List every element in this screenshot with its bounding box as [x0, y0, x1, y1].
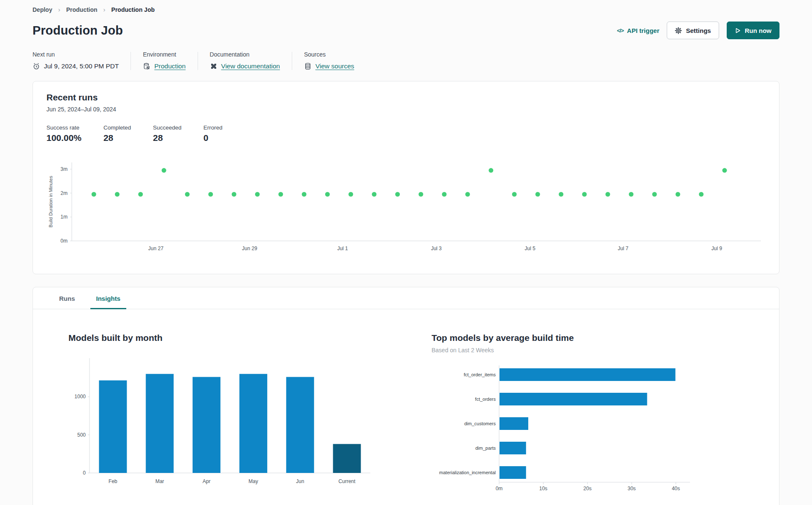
svg-text:0m: 0m	[496, 486, 503, 491]
svg-text:0: 0	[83, 470, 86, 476]
stat-value: 0	[204, 133, 223, 143]
stat-errored: Errored 0	[204, 124, 223, 143]
top-models-title: Top models by average build time	[432, 333, 702, 343]
documentation-value: View documentation	[210, 62, 280, 70]
job-info-bar: Next run Jul 9, 2024, 5:00 PM PDT Enviro…	[33, 51, 779, 70]
svg-text:dim_customers: dim_customers	[464, 421, 496, 426]
environment-link[interactable]: Production	[154, 62, 185, 70]
models-by-month-title: Models built by month	[68, 333, 372, 343]
tab-runs[interactable]: Runs	[53, 287, 81, 309]
gear-icon	[675, 27, 682, 34]
svg-text:Apr: Apr	[203, 478, 211, 484]
svg-text:fct_orders: fct_orders	[475, 397, 496, 402]
page-header: Production Job </> API trigger	[33, 22, 779, 39]
stat-completed: Completed 28	[103, 124, 131, 143]
divider	[292, 52, 292, 70]
stat-value: 100.00%	[46, 133, 81, 143]
breadcrumb-item-production-job: Production Job	[111, 6, 155, 13]
recent-runs-date-range: Jun 25, 2024–Jul 09, 2024	[46, 106, 766, 113]
svg-text:fct_order_items: fct_order_items	[464, 372, 496, 377]
next-run-group: Next run Jul 9, 2024, 5:00 PM PDT	[33, 51, 119, 70]
top-models-block: Top models by average build time Based o…	[432, 333, 702, 500]
run-now-label: Run now	[745, 27, 771, 34]
dbt-docs-icon	[210, 62, 217, 70]
tab-insights[interactable]: Insights	[90, 287, 127, 309]
models-by-month-block: Models built by month 05001000FebMarAprM…	[68, 333, 372, 500]
stat-label: Errored	[204, 124, 223, 131]
svg-text:Feb: Feb	[109, 478, 117, 484]
code-icon: </>	[617, 27, 624, 34]
environment-group: Environment Production	[143, 51, 185, 70]
build-duration-chart[interactable]: 0m1m2m3mBuild Duration in MinutesJun 27J…	[46, 157, 766, 259]
alarm-clock-icon	[33, 62, 40, 70]
svg-text:500: 500	[77, 432, 86, 438]
svg-text:dim_parts: dim_parts	[475, 446, 496, 451]
svg-text:2m: 2m	[60, 190, 68, 196]
recent-runs-stats: Success rate 100.00% Completed 28 Succee…	[46, 124, 766, 143]
environment-value: Production	[143, 62, 185, 70]
svg-text:materialization_incremental: materialization_incremental	[439, 470, 496, 475]
top-models-subtitle: Based on Last 2 Weeks	[432, 347, 702, 354]
svg-text:20s: 20s	[584, 486, 592, 491]
view-documentation-link[interactable]: View documentation	[221, 62, 280, 70]
sources-label: Sources	[304, 51, 354, 58]
environment-database-icon	[143, 62, 150, 70]
svg-text:1000: 1000	[74, 394, 86, 400]
next-run-value: Jul 9, 2024, 5:00 PM PDT	[33, 62, 119, 70]
svg-text:Jul 3: Jul 3	[431, 246, 442, 251]
runs-insights-card: Runs Insights Models built by month 0500…	[33, 287, 779, 505]
svg-text:Jun: Jun	[296, 478, 304, 484]
tab-bar: Runs Insights	[33, 287, 779, 309]
recent-runs-card: Recent runs Jun 25, 2024–Jul 09, 2024 Su…	[33, 81, 779, 274]
breadcrumb-item-deploy[interactable]: Deploy	[33, 6, 52, 13]
play-icon	[735, 27, 741, 34]
divider	[130, 52, 131, 70]
header-actions: </> API trigger	[617, 22, 779, 39]
documentation-group: Documentation View documentation	[210, 51, 280, 70]
stat-label: Succeeded	[153, 124, 182, 131]
stat-value: 28	[153, 133, 182, 143]
svg-text:Jul 1: Jul 1	[337, 246, 348, 251]
top-models-chart[interactable]: 0m10s20s30s40sfct_order_itemsfct_ordersd…	[432, 362, 702, 497]
api-trigger-label: API trigger	[627, 27, 660, 34]
svg-text:Jul 9: Jul 9	[712, 246, 722, 251]
svg-text:1m: 1m	[60, 214, 68, 220]
sources-value: View sources	[304, 62, 354, 70]
environment-label: Environment	[143, 51, 185, 58]
svg-text:40s: 40s	[672, 486, 680, 491]
stat-value: 28	[103, 133, 131, 143]
api-trigger-link[interactable]: </> API trigger	[617, 27, 659, 34]
svg-text:Mar: Mar	[155, 478, 164, 484]
breadcrumb-item-production[interactable]: Production	[66, 6, 98, 13]
svg-text:0m: 0m	[60, 238, 68, 244]
divider	[198, 52, 198, 70]
svg-text:May: May	[249, 478, 258, 484]
models-by-month-chart[interactable]: 05001000FebMarAprMayJunCurrent	[68, 355, 372, 500]
breadcrumb: Deploy › Production › Production Job	[33, 4, 779, 14]
svg-text:Jul 5: Jul 5	[525, 246, 536, 251]
page-title: Production Job	[33, 24, 123, 38]
stat-label: Completed	[103, 124, 131, 131]
sources-database-icon	[304, 62, 312, 70]
next-run-datetime: Jul 9, 2024, 5:00 PM PDT	[44, 62, 119, 70]
chevron-right-icon: ›	[58, 6, 60, 13]
svg-text:30s: 30s	[627, 486, 635, 491]
settings-label: Settings	[686, 27, 711, 34]
run-now-button[interactable]: Run now	[727, 22, 779, 39]
stat-succeeded: Succeeded 28	[153, 124, 182, 143]
stat-success-rate: Success rate 100.00%	[46, 124, 81, 143]
documentation-label: Documentation	[210, 51, 280, 58]
next-run-label: Next run	[33, 51, 119, 58]
svg-text:Jun 29: Jun 29	[242, 246, 257, 251]
view-sources-link[interactable]: View sources	[315, 62, 354, 70]
svg-text:Jun 27: Jun 27	[148, 246, 163, 251]
page: Deploy › Production › Production Job Pro…	[0, 0, 812, 505]
svg-text:Jul 7: Jul 7	[618, 246, 629, 251]
insights-panel: Models built by month 05001000FebMarAprM…	[33, 309, 779, 505]
svg-text:3m: 3m	[60, 166, 68, 172]
sources-group: Sources View sources	[304, 51, 354, 70]
recent-runs-title: Recent runs	[46, 92, 766, 103]
settings-button[interactable]: Settings	[667, 22, 719, 39]
svg-text:Build Duration in Minutes: Build Duration in Minutes	[48, 176, 53, 227]
svg-text:10s: 10s	[539, 486, 547, 491]
